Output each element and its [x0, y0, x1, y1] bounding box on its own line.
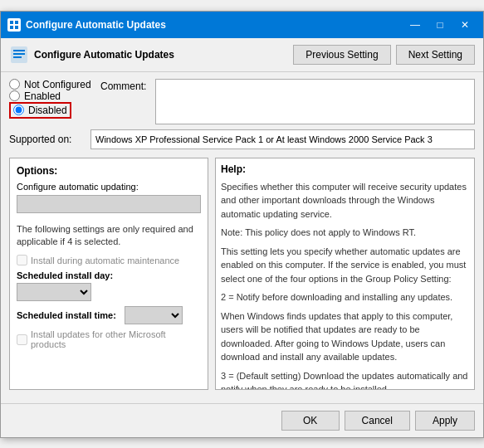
bottom-bar: OK Cancel Apply [1, 403, 483, 437]
main-window: Configure Automatic Updates — □ ✕ Config… [0, 11, 484, 438]
scheduled-day-dropdown[interactable] [17, 283, 91, 301]
disabled-radio[interactable] [13, 105, 24, 115]
supported-value: Windows XP Professional Service Pack 1 o… [90, 129, 475, 149]
install-maintenance-item: Install during automatic maintenance [17, 255, 201, 265]
svg-rect-5 [13, 50, 25, 51]
scheduled-day-label: Scheduled install day: [17, 270, 201, 280]
help-text: Specifies whether this computer will rec… [221, 180, 469, 390]
enabled-radio[interactable] [9, 90, 20, 101]
ok-button[interactable]: OK [281, 411, 340, 431]
svg-rect-3 [15, 26, 18, 29]
previous-setting-button[interactable]: Previous Setting [293, 45, 390, 65]
title-bar-left: Configure Automatic Updates [7, 18, 166, 32]
comment-textarea[interactable] [155, 79, 475, 124]
header-left: Configure Automatic Updates [9, 45, 174, 65]
not-configured-label: Not Configured [24, 79, 91, 90]
svg-rect-0 [10, 21, 13, 24]
supported-row: Supported on: Windows XP Professional Se… [9, 129, 475, 149]
header-buttons: Previous Setting Next Setting [293, 45, 475, 65]
other-products-label: Install updates for other Microsoft prod… [31, 329, 201, 349]
header-title: Configure Automatic Updates [34, 49, 174, 61]
next-setting-button[interactable]: Next Setting [396, 45, 475, 65]
scheduled-time-row: Scheduled install time: [17, 306, 201, 324]
disabled-label: Disabled [28, 105, 67, 116]
options-title: Options: [17, 165, 201, 177]
header-bar: Configure Automatic Updates Previous Set… [1, 38, 483, 72]
disabled-selection-highlight: Disabled [9, 102, 71, 119]
svg-rect-1 [15, 21, 18, 24]
apply-button[interactable]: Apply [415, 411, 475, 431]
configure-updating-label: Configure automatic updating: [17, 182, 201, 192]
enabled-label: Enabled [24, 90, 61, 102]
help-pane: Help: Specifies whether this computer wi… [215, 158, 475, 390]
maximize-button[interactable]: □ [428, 17, 452, 33]
scheduled-day-row [17, 283, 201, 301]
radio-group-container: Not Configured Enabled Disabled [9, 79, 100, 124]
help-title: Help: [221, 163, 469, 175]
comment-label: Comment: [100, 79, 150, 92]
configure-updating-dropdown[interactable] [17, 195, 201, 213]
scheduled-time-dropdown[interactable] [125, 306, 183, 324]
enabled-option[interactable]: Enabled [9, 90, 100, 102]
two-pane-area: Options: Configure automatic updating: T… [9, 158, 475, 390]
cancel-button[interactable]: Cancel [345, 411, 410, 431]
options-pane: Options: Configure automatic updating: T… [9, 158, 208, 390]
svg-rect-2 [10, 26, 13, 29]
other-products-item: Install updates for other Microsoft prod… [17, 329, 201, 349]
install-maintenance-label: Install during automatic maintenance [31, 256, 179, 265]
title-bar-label: Configure Automatic Updates [26, 19, 166, 31]
not-configured-option[interactable]: Not Configured [9, 79, 100, 90]
not-configured-radio[interactable] [9, 79, 20, 90]
policy-icon [9, 45, 29, 65]
disabled-option[interactable]: Disabled [9, 102, 100, 119]
window-icon [7, 18, 21, 32]
title-bar: Configure Automatic Updates — □ ✕ [1, 12, 483, 38]
close-button[interactable]: ✕ [453, 17, 477, 33]
install-maintenance-checkbox[interactable] [17, 255, 27, 265]
main-content: Not Configured Enabled Disabled Comment: [1, 72, 483, 397]
top-section: Not Configured Enabled Disabled Comment: [9, 79, 475, 124]
comment-section: Comment: [100, 79, 475, 124]
svg-rect-6 [13, 53, 25, 55]
scheduled-time-label: Scheduled install time: [17, 310, 116, 320]
svg-rect-7 [13, 56, 22, 58]
other-products-checkbox[interactable] [17, 334, 27, 345]
options-note: The following settings are only required… [17, 223, 201, 249]
title-bar-controls: — □ ✕ [403, 17, 477, 33]
minimize-button[interactable]: — [403, 17, 427, 33]
supported-label: Supported on: [9, 134, 84, 145]
